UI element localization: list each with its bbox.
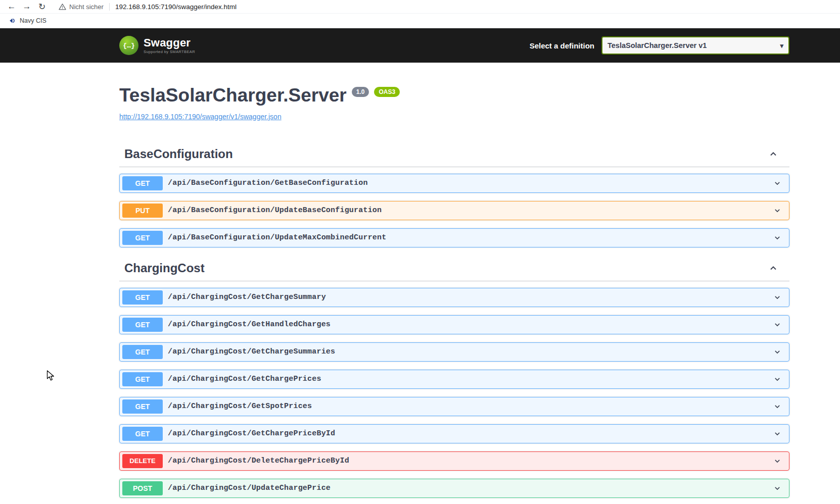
url-text: 192.168.9.105:7190/swagger/index.html xyxy=(115,3,237,11)
operation-row[interactable]: GET /api/ChargingCost/GetChargePrices xyxy=(119,370,789,389)
chevron-down-icon xyxy=(772,292,782,303)
forward-icon: → xyxy=(23,2,31,12)
address-bar[interactable]: 192.168.9.105:7190/swagger/index.html xyxy=(115,3,836,11)
omnibox-divider xyxy=(109,3,110,11)
swagger-logo-icon: {…} xyxy=(119,36,138,55)
operation-path: /api/ChargingCost/GetChargeSummaries xyxy=(168,347,335,356)
chevron-up-icon xyxy=(767,148,779,160)
section-header[interactable]: ChargingCost xyxy=(119,256,789,281)
operation-row[interactable]: PUT /api/BaseConfiguration/UpdateBaseCon… xyxy=(119,201,789,220)
operation-row[interactable]: GET /api/BaseConfiguration/GetBaseConfig… xyxy=(119,174,789,193)
api-sections: BaseConfiguration GET /api/BaseConfigura… xyxy=(119,141,789,498)
operation-row[interactable]: GET /api/BaseConfiguration/UpdateMaxComb… xyxy=(119,228,789,247)
method-badge: GET xyxy=(122,345,163,359)
chevron-down-icon xyxy=(772,483,782,493)
definition-select-label: Select a definition xyxy=(530,41,594,50)
method-badge: GET xyxy=(122,372,163,386)
method-badge: DELETE xyxy=(122,454,163,468)
operation-path: /api/ChargingCost/GetChargePriceById xyxy=(168,429,335,438)
security-warning-label: Nicht sicher xyxy=(69,3,104,11)
method-badge: POST xyxy=(122,481,163,495)
operation-path: /api/BaseConfiguration/UpdateMaxCombined… xyxy=(168,233,386,242)
section-title: BaseConfiguration xyxy=(124,146,233,162)
selected-definition-text: TeslaSolarCharger.Server v1 xyxy=(608,41,707,49)
security-indicator[interactable]: Nicht sicher xyxy=(59,3,104,11)
operation-row[interactable]: GET /api/ChargingCost/GetHandledCharges xyxy=(119,315,789,334)
swagger-topbar: {…} Swagger Supported by SMARTBEAR Selec… xyxy=(0,28,840,63)
operation-path: /api/BaseConfiguration/GetBaseConfigurat… xyxy=(168,179,368,187)
bookmark-favicon-icon xyxy=(8,17,16,25)
method-badge: GET xyxy=(122,399,163,414)
chevron-down-icon xyxy=(772,401,782,412)
warning-icon xyxy=(59,3,66,11)
chevron-down-icon xyxy=(772,206,782,216)
operation-path: /api/ChargingCost/GetChargePrices xyxy=(168,375,321,383)
dropdown-arrow-icon: ▾ xyxy=(780,42,783,49)
operation-path: /api/ChargingCost/GetHandledCharges xyxy=(168,320,331,329)
swagger-logo-link[interactable]: {…} Swagger Supported by SMARTBEAR xyxy=(119,36,195,55)
swagger-logo-text: Swagger xyxy=(144,37,195,48)
forward-button[interactable]: → xyxy=(19,1,34,13)
method-badge: GET xyxy=(122,176,163,190)
section-operations: GET /api/ChargingCost/GetChargeSummary G… xyxy=(119,281,789,498)
operation-row[interactable]: GET /api/ChargingCost/GetChargeSummaries xyxy=(119,342,789,362)
api-version-badge: 1.0 xyxy=(352,87,369,97)
operation-path: /api/ChargingCost/GetSpotPrices xyxy=(168,402,312,411)
chevron-up-icon xyxy=(767,262,779,274)
chevron-down-icon xyxy=(772,374,782,384)
chevron-down-icon xyxy=(772,178,782,188)
api-section: BaseConfiguration GET /api/BaseConfigura… xyxy=(119,141,789,247)
api-section: ChargingCost GET /api/ChargingCost/GetCh… xyxy=(119,256,789,498)
oas-version-badge: OAS3 xyxy=(374,87,400,97)
operation-path: /api/BaseConfiguration/UpdateBaseConfigu… xyxy=(168,206,382,215)
chevron-down-icon xyxy=(772,347,782,357)
definition-select[interactable]: TeslaSolarCharger.Server v1 ▾ xyxy=(601,36,789,55)
chevron-down-icon xyxy=(772,320,782,330)
api-title-row: TeslaSolarCharger.Server 1.0 OAS3 xyxy=(119,85,789,107)
reload-icon: ↻ xyxy=(38,2,45,12)
operation-row[interactable]: GET /api/ChargingCost/GetChargePriceById xyxy=(119,424,789,443)
section-operations: GET /api/BaseConfiguration/GetBaseConfig… xyxy=(119,167,789,247)
operation-path: /api/ChargingCost/UpdateChargePrice xyxy=(168,484,331,492)
chevron-down-icon xyxy=(772,233,782,243)
method-badge: GET xyxy=(122,231,163,245)
bookmark-label: Navy CIS xyxy=(20,17,46,24)
back-icon: ← xyxy=(8,2,16,12)
chevron-down-icon xyxy=(772,456,782,466)
method-badge: PUT xyxy=(122,204,163,218)
chevron-down-icon xyxy=(772,429,782,439)
bookmarks-bar: Navy CIS xyxy=(0,13,840,28)
operation-row[interactable]: GET /api/ChargingCost/GetChargeSummary xyxy=(119,288,789,307)
operation-row[interactable]: POST /api/ChargingCost/UpdateChargePrice xyxy=(119,479,789,498)
swagger-logo-subtext: Supported by SMARTBEAR xyxy=(144,50,195,54)
back-button[interactable]: ← xyxy=(4,1,19,13)
operation-row[interactable]: DELETE /api/ChargingCost/DeleteChargePri… xyxy=(119,451,789,471)
browser-toolbar: ← → ↻ Nicht sicher 192.168.9.105:7190/sw… xyxy=(0,0,840,13)
method-badge: GET xyxy=(122,427,163,441)
operation-path: /api/ChargingCost/DeleteChargePriceById xyxy=(168,457,349,465)
swagger-content: TeslaSolarCharger.Server 1.0 OAS3 http:/… xyxy=(0,63,840,498)
operation-path: /api/ChargingCost/GetChargeSummary xyxy=(168,293,326,301)
section-header[interactable]: BaseConfiguration xyxy=(119,141,789,167)
operation-row[interactable]: GET /api/ChargingCost/GetSpotPrices xyxy=(119,397,789,416)
bookmark-item-navy-cis[interactable]: Navy CIS xyxy=(5,15,50,26)
spec-url-link[interactable]: http://192.168.9.105:7190/swagger/v1/swa… xyxy=(119,113,282,121)
api-title: TeslaSolarCharger.Server xyxy=(119,85,347,107)
method-badge: GET xyxy=(122,290,163,305)
method-badge: GET xyxy=(122,318,163,332)
definition-selector-group: Select a definition TeslaSolarCharger.Se… xyxy=(530,36,789,55)
reload-button[interactable]: ↻ xyxy=(34,1,50,13)
section-title: ChargingCost xyxy=(124,261,205,276)
